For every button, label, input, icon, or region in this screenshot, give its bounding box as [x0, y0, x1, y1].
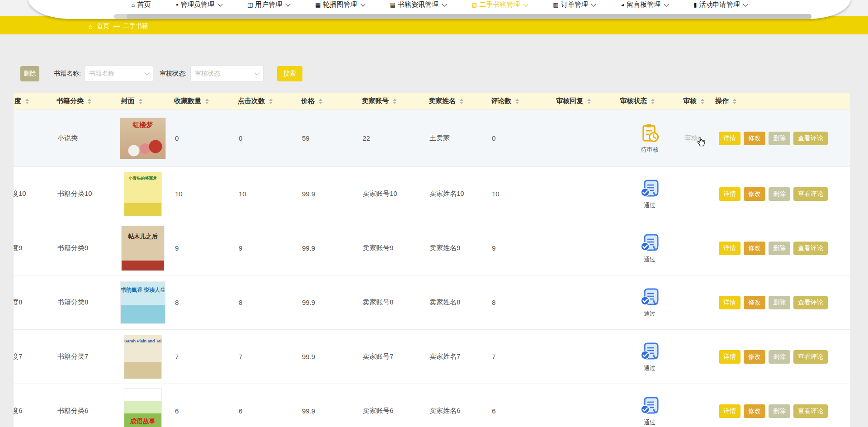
audit-status-select[interactable]: 审核状态 [190, 66, 264, 82]
edit-button[interactable]: 修改 [744, 242, 765, 255]
view-comments-button[interactable]: 查看评论 [793, 132, 828, 145]
sort-icon[interactable] [25, 99, 29, 104]
edit-button[interactable]: 修改 [744, 296, 765, 309]
detail-button[interactable]: 详情 [719, 132, 741, 145]
nav-item-secondhand-book[interactable]: ▧二手书籍管理 [472, 0, 528, 9]
nav-item-order[interactable]: ▥订单管理 [553, 0, 595, 9]
detail-button[interactable]: 详情 [719, 404, 741, 418]
column-header-9[interactable]: 审核回复 [552, 93, 615, 110]
nav-item-admin[interactable]: ▪管理员管理 [176, 0, 222, 9]
sort-icon[interactable] [651, 99, 655, 104]
nav-item-label: 订单管理 [561, 0, 588, 9]
edit-button[interactable]: 修改 [744, 350, 765, 364]
sort-icon[interactable] [733, 99, 736, 104]
cell-category: 书籍分类6 [52, 384, 117, 427]
cell-audit-status: 通过 [615, 275, 679, 330]
nav-item-activity[interactable]: ▮活动申请管理 [693, 0, 747, 9]
view-comments-button[interactable]: 查看评论 [793, 404, 828, 418]
sort-icon[interactable] [701, 99, 704, 104]
cell-audit-action: 审核 [679, 110, 711, 167]
column-header-1[interactable]: 书籍分类 [52, 93, 117, 110]
horizontal-scrollbar[interactable] [114, 14, 811, 19]
cell-operations: 详情修改删除查看评论 [711, 110, 850, 167]
view-comments-button[interactable]: 查看评论 [793, 187, 828, 201]
sort-icon[interactable] [393, 99, 396, 104]
cell-clicks: 8 [233, 275, 297, 330]
column-header-6[interactable]: 卖家账号 [357, 93, 424, 110]
sort-icon[interactable] [88, 99, 91, 104]
book-cover-title: 成语故事 [124, 389, 161, 426]
breadcrumb-home[interactable]: 首页 [97, 22, 109, 30]
nav-item-label: 首页 [137, 0, 151, 9]
row-delete-button[interactable]: 删除 [769, 404, 790, 418]
detail-button[interactable]: 详情 [719, 350, 741, 364]
sort-icon[interactable] [269, 99, 273, 104]
table-row: 度8书籍分类8书韵飘香 悦读人生8899.9卖家账号8卖家姓名88 通过详情修改… [14, 275, 850, 330]
book-cover[interactable]: 书韵飘香 悦读人生 [121, 282, 165, 323]
secondhand-book-icon: ▧ [472, 2, 477, 8]
column-header-5[interactable]: 价格 [297, 93, 357, 110]
nav-item-home[interactable]: ⌂首页 [132, 0, 151, 9]
view-comments-button[interactable]: 查看评论 [793, 242, 828, 255]
sort-icon[interactable] [460, 99, 463, 104]
nav-item-user[interactable]: ◫用户管理 [247, 0, 290, 9]
view-comments-button[interactable]: 查看评论 [793, 350, 828, 364]
row-delete-button[interactable]: 删除 [769, 132, 790, 145]
sort-icon[interactable] [319, 99, 322, 104]
chevron-down-icon [442, 1, 447, 6]
row-delete-button[interactable]: 删除 [769, 242, 790, 255]
home-icon: ⌂ [89, 23, 93, 30]
cell-seller-name: 卖家姓名9 [424, 221, 486, 275]
column-header-12[interactable]: 操作 [711, 93, 850, 110]
row-delete-button[interactable]: 删除 [769, 187, 790, 201]
search-button[interactable]: 搜索 [277, 66, 302, 81]
book-cover[interactable]: 帖木儿之后 [122, 226, 164, 270]
edit-button[interactable]: 修改 [744, 187, 765, 201]
edit-button[interactable]: 修改 [744, 404, 765, 418]
detail-button[interactable]: 详情 [719, 187, 741, 201]
cell-audit-reply [552, 330, 615, 384]
sort-icon[interactable] [139, 99, 142, 104]
nav-item-news[interactable]: ▤书籍资讯管理 [390, 0, 446, 9]
column-header-11[interactable]: 审核 [679, 93, 711, 110]
column-header-0[interactable]: 度 [14, 93, 52, 110]
column-header-8[interactable]: 评论数 [486, 93, 552, 110]
column-header-10[interactable]: 审核状态 [615, 93, 679, 110]
cell-condition [14, 110, 52, 167]
chevron-down-icon [144, 70, 149, 75]
row-delete-button[interactable]: 删除 [769, 350, 790, 364]
sort-icon[interactable] [205, 99, 209, 104]
view-comments-button[interactable]: 查看评论 [793, 296, 828, 309]
book-cover[interactable]: Sarah Plain and Tall [124, 335, 161, 379]
cell-favorites: 0 [170, 110, 233, 167]
edit-button[interactable]: 修改 [744, 132, 765, 145]
chevron-down-icon [217, 1, 222, 6]
cell-seller-account: 卖家账号10 [357, 167, 424, 221]
cell-price: 99.9 [297, 330, 357, 384]
column-header-7[interactable]: 卖家姓名 [424, 93, 486, 110]
column-header-4[interactable]: 点击次数 [233, 93, 297, 110]
detail-button[interactable]: 详情 [719, 242, 741, 255]
column-label: 卖家姓名 [429, 97, 456, 105]
column-header-2[interactable]: 封面 [117, 93, 170, 110]
book-cover[interactable]: 小青头的将军梦 [124, 172, 161, 216]
nav-item-message-board[interactable]: ◕留言板管理 [621, 0, 668, 9]
nav-item-carousel[interactable]: ▦轮播图管理 [315, 0, 364, 9]
sort-icon[interactable] [587, 99, 591, 104]
book-cover[interactable]: 成语故事 [124, 389, 161, 427]
book-name-select[interactable]: 书籍名称 [85, 66, 153, 82]
table-row: 度6书籍分类6成语故事6699.9卖家账号6卖家姓名66 通过详情修改删除查看评… [14, 384, 850, 427]
book-cover-title: 书韵飘香 悦读人生 [121, 282, 165, 294]
scrollbar-thumb[interactable] [127, 14, 811, 19]
cell-audit-reply [552, 167, 615, 221]
row-delete-button[interactable]: 删除 [769, 296, 790, 309]
detail-button[interactable]: 详情 [719, 296, 741, 309]
nav-item-label: 书籍资讯管理 [398, 0, 439, 9]
chevron-down-icon [591, 1, 596, 6]
delete-button[interactable]: 删除 [20, 66, 39, 81]
table-row: 度7书籍分类7Sarah Plain and Tall7799.9卖家账号7卖家… [14, 330, 850, 384]
book-cover[interactable]: 红楼梦 [120, 118, 165, 159]
books-table: 度书籍分类封面收藏数量点击次数价格卖家账号卖家姓名评论数审核回复审核状态审核操作… [14, 93, 850, 427]
sort-icon[interactable] [515, 99, 519, 104]
column-header-3[interactable]: 收藏数量 [170, 93, 233, 110]
